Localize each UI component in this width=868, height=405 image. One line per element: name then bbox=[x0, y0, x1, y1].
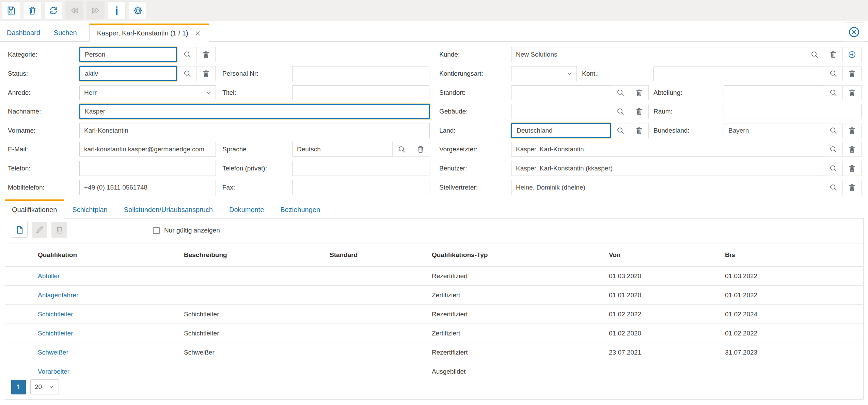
raum-input[interactable] bbox=[724, 104, 862, 119]
qualification-row: Schichtleiter Schichtleiter Zertifiziert… bbox=[5, 324, 863, 343]
kont-search-button[interactable] bbox=[824, 66, 843, 81]
tab-dashboard[interactable]: Dashboard bbox=[0, 25, 47, 41]
gebaeude-search-button[interactable] bbox=[611, 104, 630, 119]
bundesland-clear-button[interactable] bbox=[842, 123, 862, 138]
gebaeude-clear-button[interactable] bbox=[630, 104, 649, 119]
qualification-link[interactable]: Abfüller bbox=[5, 267, 184, 286]
titel-input[interactable] bbox=[292, 85, 429, 100]
detail-tabbar: Qualifikationen Schichtplan Sollstunden/… bbox=[5, 199, 328, 219]
table-header-row: Qualifikation Beschreibung Standard Qual… bbox=[5, 243, 863, 267]
next-record-button[interactable] bbox=[86, 1, 105, 19]
anrede-select[interactable]: Herr bbox=[79, 85, 216, 100]
vorgesetzter-search-button[interactable] bbox=[824, 142, 843, 157]
search-icon bbox=[616, 107, 625, 116]
close-all-button[interactable] bbox=[843, 22, 865, 42]
gebaeude-input[interactable] bbox=[511, 104, 611, 119]
tab-beziehungen[interactable]: Beziehungen bbox=[272, 201, 328, 219]
telefon-input[interactable] bbox=[79, 161, 216, 176]
kategorie-input[interactable] bbox=[79, 47, 177, 62]
bundesland-input[interactable] bbox=[724, 123, 824, 138]
kunde-input[interactable] bbox=[511, 47, 805, 62]
telefon-privat-input[interactable] bbox=[292, 161, 429, 176]
bundesland-search-button[interactable] bbox=[824, 123, 843, 138]
abteilung-label: Abteilung: bbox=[653, 85, 682, 100]
nachname-input[interactable] bbox=[79, 104, 430, 119]
kunde-goto-button[interactable] bbox=[842, 47, 862, 62]
close-icon[interactable] bbox=[194, 30, 201, 37]
tab-schichtplan[interactable]: Schichtplan bbox=[64, 201, 115, 219]
standort-search-button[interactable] bbox=[611, 85, 630, 100]
standort-clear-button[interactable] bbox=[630, 85, 649, 100]
page-1-button[interactable]: 1 bbox=[11, 380, 26, 394]
qualification-link[interactable]: Schichtleiter bbox=[5, 305, 184, 324]
kunde-search-button[interactable] bbox=[805, 47, 824, 62]
email-input[interactable] bbox=[79, 142, 216, 157]
qualification-description: Schichtleiter bbox=[184, 305, 330, 324]
kategorie-search-button[interactable] bbox=[178, 47, 197, 62]
land-clear-button[interactable] bbox=[630, 123, 649, 138]
new-qualification-button[interactable] bbox=[12, 222, 28, 238]
person-form: Kategorie: Kunde: Status: Personal Nr: K… bbox=[0, 42, 868, 199]
qualification-description bbox=[184, 362, 330, 381]
kunde-clear-button[interactable] bbox=[824, 47, 843, 62]
qualification-link[interactable]: Vorarbeiter bbox=[5, 362, 184, 381]
kont-input[interactable] bbox=[653, 66, 824, 81]
standort-input[interactable] bbox=[511, 85, 611, 100]
delete-button[interactable] bbox=[23, 1, 41, 19]
refresh-icon bbox=[49, 6, 58, 15]
personal-nr-input[interactable] bbox=[292, 66, 429, 81]
tab-active-person[interactable]: Kasper, Karl-Konstantin (1 / 1) bbox=[89, 24, 209, 42]
valid-only-checkbox[interactable] bbox=[153, 227, 160, 234]
email-label: E-Mail: bbox=[8, 142, 28, 157]
abteilung-input[interactable] bbox=[724, 85, 824, 100]
status-label: Status: bbox=[8, 66, 28, 81]
status-search-button[interactable] bbox=[178, 66, 197, 81]
abteilung-clear-button[interactable] bbox=[842, 85, 862, 100]
benutzer-input[interactable] bbox=[511, 161, 824, 176]
benutzer-clear-button[interactable] bbox=[842, 161, 862, 176]
settings-button[interactable] bbox=[129, 1, 147, 19]
status-clear-button[interactable] bbox=[196, 66, 216, 81]
sprache-input[interactable] bbox=[292, 142, 393, 157]
info-button[interactable]: i bbox=[108, 1, 126, 19]
kont-clear-button[interactable] bbox=[842, 66, 862, 81]
land-search-button[interactable] bbox=[611, 123, 630, 138]
tab-qualifikationen[interactable]: Qualifikationen bbox=[5, 199, 64, 219]
tab-suchen[interactable]: Suchen bbox=[47, 25, 84, 41]
mobiltelefon-input[interactable] bbox=[79, 180, 216, 195]
previous-record-button[interactable] bbox=[65, 1, 83, 19]
abteilung-search-button[interactable] bbox=[824, 85, 843, 100]
save-button[interactable] bbox=[2, 1, 20, 19]
benutzer-search-button[interactable] bbox=[824, 161, 843, 176]
qualification-link[interactable]: Schichtleiter bbox=[5, 324, 184, 343]
anrede-value: Herr bbox=[84, 89, 97, 96]
page-size-value: 20 bbox=[35, 383, 42, 391]
vorgesetzter-clear-button[interactable] bbox=[842, 142, 862, 157]
fax-input[interactable] bbox=[292, 180, 429, 195]
stellvertreter-input[interactable] bbox=[511, 180, 824, 195]
edit-qualification-button[interactable] bbox=[32, 222, 47, 238]
sprache-clear-button[interactable] bbox=[411, 142, 430, 157]
qualification-type: Rezertifiziert bbox=[432, 305, 609, 324]
tab-dokumente[interactable]: Dokumente bbox=[221, 201, 272, 219]
col-von: Von bbox=[609, 243, 725, 267]
sprache-search-button[interactable] bbox=[392, 142, 411, 157]
qualification-link[interactable]: Anlagenfahrer bbox=[5, 286, 184, 305]
page-size-select[interactable]: 20 bbox=[30, 379, 59, 394]
stellvertreter-clear-button[interactable] bbox=[842, 180, 862, 195]
stellvertreter-search-button[interactable] bbox=[824, 180, 843, 195]
kontierungsart-select[interactable] bbox=[511, 66, 577, 81]
delete-icon bbox=[635, 126, 643, 135]
mobiltelefon-label: Mobiltelefon: bbox=[8, 180, 45, 195]
status-input[interactable] bbox=[79, 66, 177, 81]
tab-sollstunden-urlaubsanspruch[interactable]: Sollstunden/Urlaubsanspruch bbox=[116, 201, 221, 219]
qualification-link[interactable]: Schweißer bbox=[5, 343, 184, 362]
land-input[interactable] bbox=[511, 123, 611, 138]
refresh-button[interactable] bbox=[44, 1, 62, 19]
qualification-bis: 01.02.2022 bbox=[725, 324, 863, 343]
delete-icon bbox=[202, 70, 210, 78]
kategorie-clear-button[interactable] bbox=[196, 47, 216, 62]
delete-qualification-button[interactable] bbox=[51, 222, 67, 238]
vorgesetzter-input[interactable] bbox=[511, 142, 824, 157]
vorname-input[interactable] bbox=[79, 123, 430, 138]
